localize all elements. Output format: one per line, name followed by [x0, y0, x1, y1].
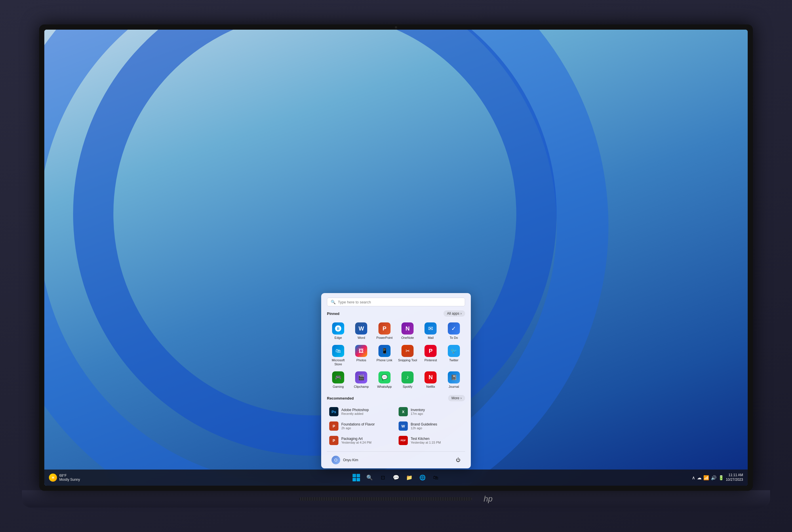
- todo-icon: ✓: [448, 322, 460, 335]
- inventory-time: 17m ago: [411, 412, 425, 415]
- taskbar-center: 🔍 ⊡ 💬 📁 🌐: [350, 472, 442, 483]
- edge-icon: [332, 322, 344, 335]
- user-name: Onyu Kim: [343, 458, 358, 462]
- app-snipping[interactable]: ✂ Snipping Tool: [396, 343, 419, 368]
- packaging-icon: P: [329, 436, 339, 445]
- brand-time: 12h ago: [411, 426, 437, 430]
- vent-strip: [299, 497, 472, 501]
- app-netflix[interactable]: N Netflix: [419, 369, 442, 391]
- clock: 11:11 AM: [726, 473, 743, 478]
- app-twitter[interactable]: 🐦 Twitter: [443, 343, 465, 368]
- app-clipchamp[interactable]: 🎬 Clipchamp: [350, 369, 372, 391]
- date: 10/27/2023: [726, 478, 743, 482]
- packaging-time: Yesterday at 4:24 PM: [341, 441, 371, 444]
- msstore-label: Microsoft Store: [328, 358, 348, 366]
- store-taskbar-button[interactable]: 🛍: [430, 472, 442, 483]
- file-explorer-button[interactable]: 📁: [403, 472, 415, 483]
- weather-icon: ☀: [49, 474, 57, 482]
- rec-foundations-flavor[interactable]: P Foundations of Flavor 2h ago: [327, 419, 396, 433]
- teams-button[interactable]: 💬: [390, 472, 402, 483]
- screen-bezel: 🔍 Pinned All apps ›: [39, 24, 753, 491]
- journal-icon: 📓: [448, 372, 460, 383]
- recommended-grid: Ps Adobe Photoshop Recently added X: [327, 405, 465, 448]
- folder-icon: 📁: [406, 474, 412, 481]
- netflix-label: Netflix: [426, 385, 435, 388]
- foundations-name: Foundations of Flavor: [341, 422, 375, 426]
- all-apps-button[interactable]: All apps ›: [443, 310, 465, 317]
- weather-info: 68°F Mostly Sunny: [59, 474, 80, 482]
- app-journal[interactable]: 📓 Journal: [443, 369, 465, 391]
- packaging-name: Packaging Art: [341, 437, 371, 441]
- rec-test-kitchen[interactable]: PDF Test Kitchen Yesterday at 1:15 PM: [396, 434, 465, 448]
- app-todo[interactable]: ✓ To Do: [443, 320, 465, 342]
- weather-condition: Mostly Sunny: [59, 478, 80, 482]
- edge-label: Edge: [334, 336, 342, 340]
- volume-icon: 🔊: [711, 475, 717, 480]
- photoshop-time: Recently added: [341, 412, 369, 415]
- search-bar[interactable]: 🔍: [327, 298, 465, 306]
- time-display[interactable]: 11:11 AM 10/27/2023: [726, 473, 743, 482]
- chevron-up-icon[interactable]: ∧: [692, 475, 695, 480]
- rec-adobe-photoshop[interactable]: Ps Adobe Photoshop Recently added: [327, 405, 396, 419]
- wifi-icon: 📶: [703, 475, 709, 480]
- app-msstore[interactable]: 🛍 Microsoft Store: [327, 343, 349, 368]
- app-word[interactable]: W Word: [350, 320, 372, 342]
- search-icon: 🔍: [366, 474, 373, 481]
- user-avatar: O: [331, 456, 340, 464]
- rec-inventory[interactable]: X Inventory 17m ago: [396, 405, 465, 419]
- app-onenote[interactable]: N OneNote: [396, 320, 419, 342]
- todo-label: To Do: [449, 336, 458, 340]
- word-label: Word: [358, 336, 365, 340]
- pinterest-label: Pinterest: [424, 358, 437, 362]
- taskbar-search-button[interactable]: 🔍: [364, 472, 375, 483]
- system-tray: ∧ ☁ 📶 🔊 🔋: [692, 475, 724, 480]
- photoshop-name: Adobe Photoshop: [341, 408, 369, 412]
- mail-icon: ✉: [424, 322, 437, 335]
- spotify-label: Spotify: [403, 385, 412, 388]
- chevron-right-icon: ›: [461, 311, 462, 316]
- whatsapp-label: WhatsApp: [377, 385, 392, 388]
- phonelink-label: Phone Link: [376, 358, 392, 362]
- app-spotify[interactable]: ♪ Spotify: [396, 369, 419, 391]
- app-whatsapp[interactable]: 💬 WhatsApp: [373, 369, 396, 391]
- gaming-label: Gaming: [333, 385, 344, 388]
- photos-icon: 🖼: [355, 345, 367, 357]
- onenote-icon: N: [402, 322, 413, 335]
- start-menu: 🔍 Pinned All apps ›: [321, 293, 471, 468]
- app-edge[interactable]: Edge: [327, 320, 349, 342]
- power-button[interactable]: ⏻: [453, 455, 463, 464]
- powerpoint-icon: P: [379, 322, 390, 335]
- windows-icon: [352, 474, 360, 481]
- task-view-button[interactable]: ⊡: [377, 472, 389, 483]
- search-input[interactable]: [338, 300, 461, 304]
- inventory-name: Inventory: [411, 408, 425, 412]
- more-button[interactable]: More ›: [448, 395, 465, 401]
- app-pinterest[interactable]: P Pinterest: [419, 343, 442, 368]
- rec-brand-guidelines[interactable]: W Brand Guidelines 12h ago: [396, 419, 465, 433]
- user-profile[interactable]: O Onyu Kim: [329, 455, 361, 466]
- edge-taskbar-button[interactable]: 🌐: [417, 472, 428, 483]
- search-icon: 🔍: [331, 300, 335, 304]
- foundations-time: 2h ago: [341, 426, 375, 430]
- app-powerpoint[interactable]: P PowerPoint: [373, 320, 396, 342]
- temperature: 68°F: [59, 474, 80, 478]
- taskbar: ☀ 68°F Mostly Sunny 🔍: [44, 470, 748, 486]
- app-mail[interactable]: ✉ Mail: [419, 320, 442, 342]
- foundations-icon: P: [329, 421, 339, 431]
- mail-label: Mail: [428, 336, 433, 340]
- start-button[interactable]: [350, 472, 362, 483]
- laptop-bottom: hp: [22, 490, 770, 508]
- rec-packaging-art[interactable]: P Packaging Art Yesterday at 4:24 PM: [327, 434, 396, 448]
- app-phonelink[interactable]: 📱 Phone Link: [373, 343, 396, 368]
- powerpoint-label: PowerPoint: [376, 336, 392, 340]
- pinned-section-header: Pinned All apps ›: [327, 310, 465, 317]
- twitter-label: Twitter: [449, 358, 459, 362]
- recommended-label: Recommended: [327, 396, 354, 400]
- recommended-section: Recommended More › Ps: [327, 395, 465, 448]
- taskbar-left: ☀ 68°F Mostly Sunny: [49, 474, 80, 482]
- phonelink-icon: 📱: [379, 345, 390, 357]
- app-photos[interactable]: 🖼 Photos: [350, 343, 372, 368]
- network-icon: ☁: [697, 475, 702, 480]
- onenote-label: OneNote: [401, 336, 414, 340]
- app-gaming[interactable]: 🎮 Gaming: [327, 369, 349, 391]
